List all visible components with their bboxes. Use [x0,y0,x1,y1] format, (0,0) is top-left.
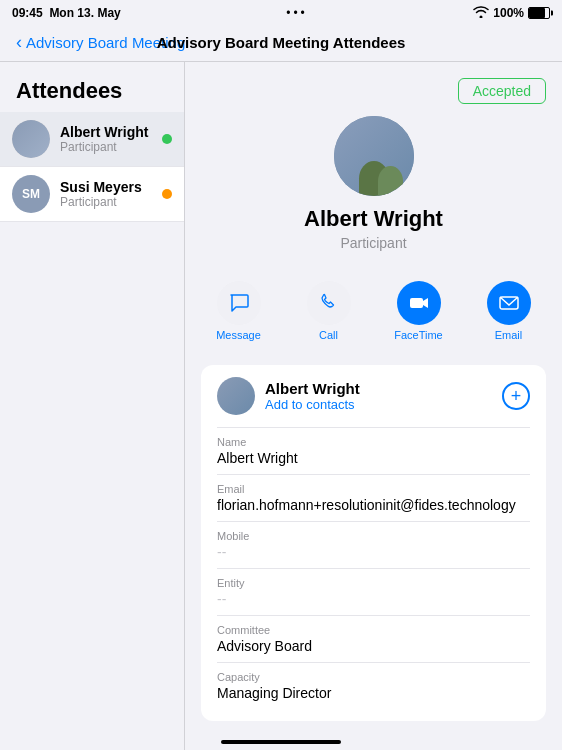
profile-photo [334,116,414,196]
field-value-email: florian.hofmann+resolutioninit@fides.tec… [217,497,530,513]
sidebar-heading: Attendees [0,62,184,112]
contact-card: Albert Wright Add to contacts + Name Alb… [201,365,546,721]
profile-role: Participant [340,235,406,251]
main-layout: Attendees Albert Wright Participant SM S… [0,62,562,750]
svg-rect-0 [410,298,423,308]
call-button[interactable]: Call [299,281,359,341]
field-label-capacity: Capacity [217,671,530,683]
attendee-item-albert[interactable]: Albert Wright Participant [0,112,184,167]
back-chevron-icon: ‹ [16,33,22,51]
action-buttons: Message Call FaceTime [201,271,546,357]
field-value-name: Albert Wright [217,450,530,466]
attendee-name-albert: Albert Wright [60,124,152,140]
battery-icon [528,7,550,19]
message-button[interactable]: Message [209,281,269,341]
nav-bar: ‹ Advisory Board Meeting Advisory Board … [0,24,562,62]
sidebar: Attendees Albert Wright Participant SM S… [0,62,185,750]
field-label-mobile: Mobile [217,530,530,542]
attendee-item-susi[interactable]: SM Susi Meyers Participant [0,167,184,222]
email-label: Email [495,329,523,341]
field-label-entity: Entity [217,577,530,589]
wifi-icon [473,6,489,21]
attendee-name-susi: Susi Meyers [60,179,152,195]
contact-card-name: Albert Wright [265,380,492,397]
contact-header-info: Albert Wright Add to contacts [265,380,492,412]
email-icon [487,281,531,325]
status-dot-susi [162,189,172,199]
status-dots: ••• [286,6,308,20]
profile-name: Albert Wright [304,206,443,232]
call-label: Call [319,329,338,341]
facetime-label: FaceTime [394,329,443,341]
field-mobile: Mobile -- [217,521,530,568]
attendee-role-susi: Participant [60,195,152,209]
email-button[interactable]: Email [479,281,539,341]
field-name: Name Albert Wright [217,427,530,474]
field-label-name: Name [217,436,530,448]
field-entity: Entity -- [217,568,530,615]
profile-section: Albert Wright Participant [201,104,546,271]
contact-mini-avatar [217,377,255,415]
status-bar: 09:45 Mon 13. May ••• 100% [0,0,562,24]
field-committee: Committee Advisory Board [217,615,530,662]
field-value-capacity: Managing Director [217,685,530,701]
avatar-albert [12,120,50,158]
message-label: Message [216,329,261,341]
field-email: Email florian.hofmann+resolutioninit@fid… [217,474,530,521]
avatar-susi: SM [12,175,50,213]
nav-title: Advisory Board Meeting Attendees [157,34,406,51]
contact-card-header: Albert Wright Add to contacts + [217,377,530,415]
field-value-mobile: -- [217,544,530,560]
attendee-info-albert: Albert Wright Participant [60,124,152,154]
add-contact-button[interactable]: + [502,382,530,410]
attendee-role-albert: Participant [60,140,152,154]
status-dot-albert [162,134,172,144]
detail-panel: Accepted Albert Wright Participant Messa… [185,62,562,750]
facetime-button[interactable]: FaceTime [389,281,449,341]
status-indicators: 100% [473,6,550,21]
field-capacity: Capacity Managing Director [217,662,530,709]
home-indicator [221,740,341,744]
message-icon [217,281,261,325]
facetime-icon [397,281,441,325]
svg-marker-1 [423,298,428,308]
field-value-committee: Advisory Board [217,638,530,654]
field-value-entity: -- [217,591,530,607]
call-icon [307,281,351,325]
field-label-committee: Committee [217,624,530,636]
attendee-info-susi: Susi Meyers Participant [60,179,152,209]
accepted-badge: Accepted [458,78,546,104]
contact-card-sublabel: Add to contacts [265,397,492,412]
signal-percent: 100% [493,6,524,20]
status-time-date: 09:45 Mon 13. May [12,6,121,20]
field-label-email: Email [217,483,530,495]
